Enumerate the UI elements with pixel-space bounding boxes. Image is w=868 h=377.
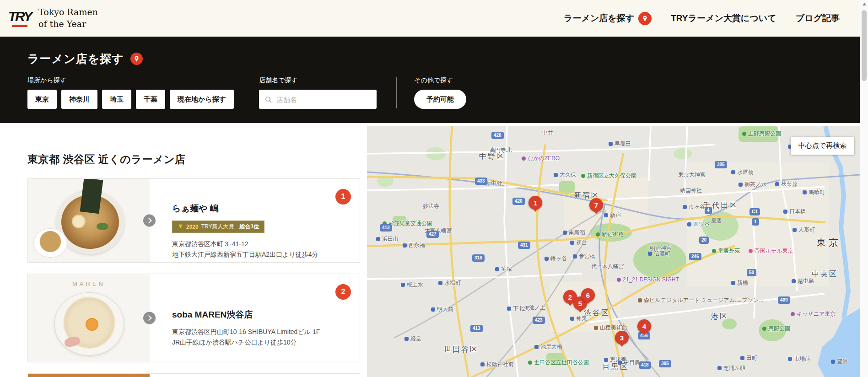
map-marker-4[interactable]: 4 (637, 319, 651, 333)
egg-yolk-topping (86, 318, 98, 331)
shop-card-2[interactable]: MAREN 2 soba MAREN渋谷店 東京都渋谷区円山町10-16 SHI… (27, 274, 360, 362)
map-label-station: 市ヶ谷 (683, 203, 705, 211)
shop-address: 東京都渋谷区本町３-41-12 (172, 239, 328, 249)
photo-next-button[interactable] (143, 312, 156, 324)
map-label-station: 参宮橋 (573, 253, 595, 260)
award-year: 2020 (186, 224, 199, 230)
map-label-station: 大久保 (554, 171, 576, 179)
search-icon (264, 96, 272, 103)
map-label-place: 中井 (542, 129, 553, 137)
egg-topping (72, 215, 86, 228)
location-button-1[interactable]: 神奈川 (61, 90, 97, 109)
site-logo[interactable]: TRY Tokyo Ramen of the Year (6, 5, 98, 32)
award-rank: 総合1位 (240, 223, 259, 231)
map-label-station: 初台 (570, 239, 587, 247)
search-by-shop-name: 店舗名で探す (259, 76, 396, 109)
try-logo-mark: TRY (6, 5, 33, 32)
map-label-place: 高円寺北 (490, 146, 512, 154)
route-shield-409: 409 (778, 296, 790, 304)
search-by-location: 場所から探す 東京神奈川埼玉千葉現在地から探す (27, 76, 259, 109)
map-label-station: 新橋 (731, 279, 748, 287)
map-label-park: 皇居外苑 (712, 247, 740, 255)
map-label-station: 西永福 (403, 242, 425, 249)
shop-info-1: らぁ麺や 嶋 2020 TRY新人大賞 総合1位 東京都渋谷区本町３-41-12… (172, 203, 328, 260)
location-label: 場所から探す (27, 76, 259, 85)
map-label-station: 池尻大橋 (534, 343, 562, 351)
map-marker-7[interactable]: 7 (589, 198, 603, 212)
map-label-district: 世田谷区 (444, 345, 479, 355)
reservation-available-button[interactable]: 予約可能 (414, 90, 466, 109)
nav-item-blog[interactable]: ブログ記事 (796, 12, 840, 24)
map-label-district: 中央区 (812, 269, 838, 279)
results-heading: 東京都 渋谷区 近くのラーメン店 (27, 152, 360, 167)
site-title-line1: Tokyo Ramen (38, 6, 98, 18)
search-panel: ラーメン店を探す 場所から探す 東京神奈川埼玉千葉現在地から探す 店舗名で探す … (0, 37, 860, 123)
shop-address-block: 東京都渋谷区円山町10-16 SHIBUYA Limitedビル 1F JR山手… (172, 327, 328, 348)
nav-item-about-award[interactable]: TRYラーメン大賞について (671, 12, 776, 24)
map-label-place: 妙法寺 (423, 202, 439, 210)
photo-brand-label: MAREN (28, 280, 150, 287)
title-pin-icon (130, 53, 143, 65)
research-center-button[interactable]: 中心点で再検索 (791, 137, 854, 155)
route-shield-4: 4 (705, 207, 712, 214)
shop-name[interactable]: soba MAREN渋谷店 (172, 309, 328, 321)
map-label-station: 神泉 (570, 315, 587, 323)
panel-divider (396, 77, 397, 108)
route-shield-C1: C1 (749, 208, 760, 215)
route-shield-1: 1 (752, 218, 759, 226)
shop-address: 東京都渋谷区円山町10-16 SHIBUYA Limitedビル 1F (172, 327, 328, 337)
map-marker-3[interactable]: 3 (615, 331, 629, 345)
map-label-station: 明大前 (431, 306, 453, 313)
shop-card-partial[interactable] (27, 373, 360, 377)
map-marker-1[interactable]: 1 (528, 196, 542, 210)
location-button-3[interactable]: 千葉 (136, 90, 165, 109)
map-label-station: 新宿 (604, 211, 621, 219)
route-shield-418: 418 (639, 361, 651, 369)
shop-address-block: 東京都渋谷区本町３-41-12 地下鉄大江戸線西新宿五丁目駅A2出口より徒歩4分 (172, 239, 328, 260)
search-panel-title-row: ラーメン店を探す (27, 51, 860, 66)
map-label-park: 恩賜公園 (762, 325, 790, 333)
shop-photo-1 (28, 179, 150, 262)
site-header: TRY Tokyo Ramen of the Year ラーメン店を探す TRY… (0, 0, 860, 37)
map-label-museum: 森ビルデジタルアート ミュージアム:エプソン... (638, 296, 763, 304)
map-label-station: 越中島 (792, 277, 814, 285)
shop-access: 地下鉄大江戸線西新宿五丁目駅A2出口より徒歩4分 (172, 249, 328, 260)
map-label-station: 永福町 (438, 279, 461, 287)
site-title-line2: of the Year (38, 18, 98, 30)
side-dish (33, 228, 67, 258)
map-label-station: 馬喰町 (803, 188, 825, 196)
location-button-2[interactable]: 埼玉 (102, 90, 131, 109)
map-label-station: 南新宿 (563, 229, 585, 237)
map-label-district: 港区 (711, 312, 728, 322)
location-button-0[interactable]: 東京 (27, 90, 57, 109)
award-badge: 2020 TRY新人大賞 総合1位 (172, 221, 264, 233)
location-buttons: 東京神奈川埼玉千葉現在地から探す (27, 90, 259, 109)
nav-item-find-shops[interactable]: ラーメン店を探す (564, 12, 652, 25)
partial-photo (28, 374, 150, 377)
map-label-station: 桜上水 (401, 281, 423, 289)
photo-next-button[interactable] (143, 215, 156, 227)
map-label-station: 笹塚 (495, 265, 512, 273)
award-title: TRY新人大賞 (201, 223, 234, 231)
map-label-station: 下北沢 (507, 305, 529, 312)
shop-photo-2: MAREN (28, 274, 150, 362)
map-label-station: 人形町 (793, 226, 815, 234)
scrollbar-up-arrow[interactable] (860, 0, 868, 8)
location-button-4[interactable]: 現在地から探す (170, 90, 234, 109)
nav-item-find-shops-label: ラーメン店を探す (564, 12, 634, 24)
header-nav: ラーメン店を探す TRYラーメン大賞について ブログ記事 (564, 12, 840, 25)
site-title: Tokyo Ramen of the Year (38, 6, 98, 30)
page-scrollbar[interactable] (860, 0, 868, 377)
shop-name-search-box[interactable] (259, 90, 377, 109)
map[interactable]: 1234567中野区新宿区千代田区渋谷区世田谷区目黒区中央区港区東京豊洲高円寺北… (367, 126, 860, 377)
results-list: 東京都 渋谷区 近くのラーメン店 1 らぁ麺や 嶋 2020 TRY新人大賞 総… (27, 152, 360, 377)
shop-access: JR山手線ほか渋谷駅ハチ公口より徒歩10分 (172, 337, 328, 348)
try-logo-text: TRY (8, 10, 31, 23)
scrollbar-thumb[interactable] (862, 10, 867, 81)
route-shield-420: 420 (491, 132, 504, 139)
map-marker-6[interactable]: 6 (581, 288, 595, 302)
shop-name[interactable]: らぁ麺や 嶋 (172, 203, 328, 215)
shop-card-1[interactable]: 1 らぁ麺や 嶋 2020 TRY新人大賞 総合1位 東京都渋谷区本町３-41-… (27, 178, 360, 263)
shop-name-input[interactable] (276, 96, 371, 103)
map-overlays: 1234567中野区新宿区千代田区渋谷区世田谷区目黒区中央区港区東京豊洲高円寺北… (367, 126, 860, 377)
